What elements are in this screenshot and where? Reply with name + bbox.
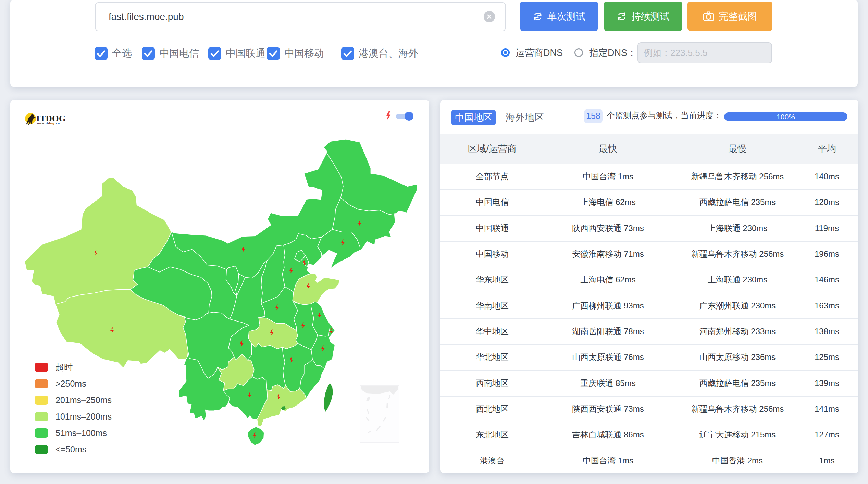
svg-text:1: 1 — [536, 14, 538, 19]
